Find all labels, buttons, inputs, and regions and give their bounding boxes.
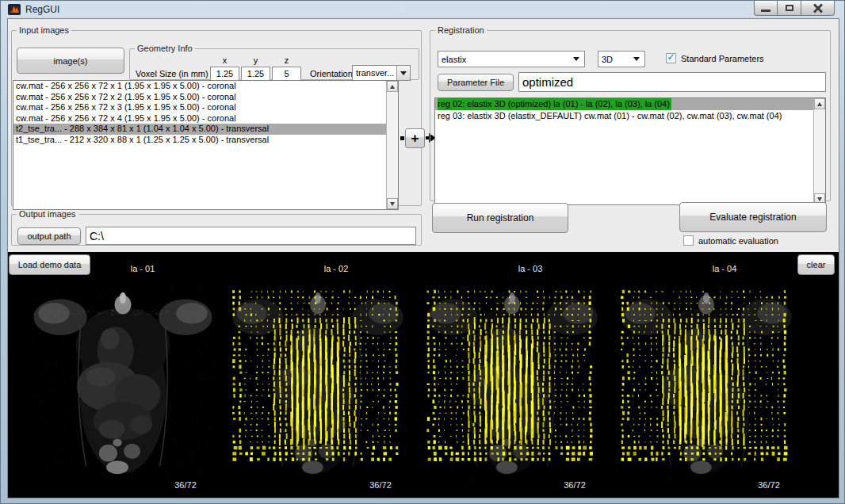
arrow-up-icon	[817, 102, 822, 106]
viewer-panel: Load demo data clear la - 01 la - 02 la …	[8, 252, 839, 498]
chevron-down-icon	[400, 71, 407, 75]
panel-label-1: la - 01	[131, 264, 155, 273]
voxel-size-label: Voxel Size (in mm)	[136, 69, 208, 78]
output-path-field[interactable]: C:\	[86, 227, 416, 245]
close-icon	[813, 3, 823, 13]
vector-field-canvas-4	[618, 288, 794, 478]
automatic-evaluation-checkbox[interactable]	[683, 235, 694, 246]
dimension-value: 3D	[598, 55, 629, 64]
input-image-list[interactable]: cw.mat - 256 x 256 x 72 x 1 (1.95 x 1.95…	[13, 80, 399, 210]
registration-list-scrollbar[interactable]	[813, 98, 825, 204]
panel-label-2: la - 02	[324, 264, 349, 273]
clear-button[interactable]: clear	[797, 254, 835, 275]
panel-label-4: la - 04	[713, 264, 737, 273]
scroll-up-button[interactable]	[814, 98, 825, 109]
orientation-dropdown-button[interactable]	[396, 66, 410, 80]
registration-rows: reg 02: elastix 3D (optimized) la (01) -…	[435, 98, 813, 204]
maximize-button[interactable]	[778, 1, 801, 16]
reggui-window: RegGUI Input images image(s) Geometry In…	[0, 0, 845, 504]
list-item[interactable]: cw.mat - 256 x 256 x 72 x 3 (1.95 x 1.95…	[13, 102, 386, 113]
registration-item-text: reg 02: elastix 3D (optimized) la (01) -…	[438, 98, 671, 110]
output-images-legend: Output images	[17, 209, 78, 219]
load-demo-data-button[interactable]: Load demo data	[9, 254, 90, 275]
images-button[interactable]: image(s)	[17, 48, 124, 74]
registration-group: Registration elastix 3D Standard Paramet…	[430, 25, 831, 201]
minimize-button[interactable]	[754, 1, 778, 16]
voxel-z-field[interactable]: 5	[272, 67, 301, 81]
method-select[interactable]: elastix	[438, 51, 585, 67]
window-controls	[754, 1, 835, 16]
chevron-down-icon	[633, 57, 640, 61]
dimension-select[interactable]: 3D	[598, 51, 645, 67]
registration-item-selected[interactable]: reg 02: elastix 3D (optimized) la (01) -…	[435, 98, 813, 110]
run-registration-button[interactable]: Run registration	[432, 203, 568, 233]
method-value: elastix	[438, 55, 568, 64]
chevron-down-icon	[573, 57, 579, 61]
automatic-evaluation-label: automatic evaluation	[698, 236, 778, 246]
vector-field-canvas-3	[424, 288, 600, 478]
add-to-registration-button[interactable]: +	[405, 128, 425, 148]
list-item[interactable]: cw.mat - 256 x 256 x 72 x 1 (1.95 x 1.95…	[13, 81, 386, 92]
orientation-value: transver...	[353, 68, 396, 78]
arrow-down-icon	[817, 197, 822, 201]
geometry-info-legend: Geometry Info	[135, 44, 195, 53]
scroll-up-button[interactable]	[387, 81, 398, 92]
input-list-scrollbar[interactable]	[386, 81, 398, 209]
window-title: RegGUI	[25, 4, 59, 15]
list-item-selected[interactable]: t2_tse_tra... - 288 x 384 x 81 x 1 (1.04…	[13, 124, 386, 135]
orientation-label: Orientation	[310, 69, 353, 78]
list-item[interactable]: cw.mat - 256 x 256 x 72 x 4 (1.95 x 1.95…	[13, 113, 386, 124]
title-bar[interactable]: RegGUI	[1, 1, 844, 18]
voxel-y-field[interactable]: 1.25	[241, 67, 270, 81]
minimize-icon	[761, 10, 770, 12]
arrow-up-icon	[390, 85, 395, 89]
maximize-icon	[786, 5, 793, 11]
axis-x-label: x	[210, 55, 239, 65]
panel-label-3: la - 03	[518, 264, 543, 273]
parameter-file-button[interactable]: Parameter File	[438, 74, 514, 91]
axis-z-label: z	[272, 55, 301, 65]
transfer-tail-icon	[400, 136, 404, 140]
standard-parameters-label: Standard Parameters	[681, 54, 764, 63]
slice-indicator-4: 36/72	[758, 480, 780, 490]
input-images-legend: Input images	[17, 25, 71, 35]
registration-legend: Registration	[435, 25, 487, 35]
standard-parameters-checkbox[interactable]	[666, 53, 676, 63]
vector-field-canvas-2	[230, 288, 406, 478]
input-image-rows: cw.mat - 256 x 256 x 72 x 1 (1.95 x 1.95…	[13, 81, 386, 209]
output-images-group: Output images output path C:\	[11, 209, 422, 246]
input-images-group: Input images image(s) Geometry Info Voxe…	[11, 25, 422, 206]
orientation-select[interactable]: transver...	[352, 65, 411, 81]
close-button[interactable]	[801, 1, 835, 16]
mri-image-canvas-1	[31, 288, 215, 478]
registration-list[interactable]: reg 02: elastix 3D (optimized) la (01) -…	[434, 97, 826, 205]
list-item[interactable]: t1_tse_tra... - 212 x 320 x 88 x 1 (1.25…	[13, 135, 386, 146]
list-item[interactable]: cw.mat - 256 x 256 x 72 x 2 (1.95 x 1.95…	[13, 92, 386, 103]
parameter-file-field[interactable]: optimized	[518, 72, 826, 92]
output-path-button[interactable]: output path	[17, 227, 81, 245]
slice-indicator-3: 36/72	[564, 480, 586, 490]
scroll-down-button[interactable]	[387, 198, 398, 209]
client-area: Input images image(s) Geometry Info Voxe…	[7, 18, 839, 498]
slice-indicator-2: 36/72	[369, 480, 392, 490]
slice-indicator-1: 36/72	[174, 480, 197, 490]
registration-item[interactable]: reg 03: elastix 3D (elastix_DEFAULT) cw.…	[435, 110, 813, 122]
evaluate-registration-button[interactable]: Evaluate registration	[679, 202, 827, 232]
voxel-x-field[interactable]: 1.25	[210, 67, 239, 81]
geometry-info-group: Geometry Info Voxel Size (in mm) x y z 1…	[129, 44, 419, 80]
arrow-down-icon	[390, 202, 395, 206]
matlab-logo-icon	[8, 3, 21, 16]
axis-y-label: y	[241, 55, 270, 65]
